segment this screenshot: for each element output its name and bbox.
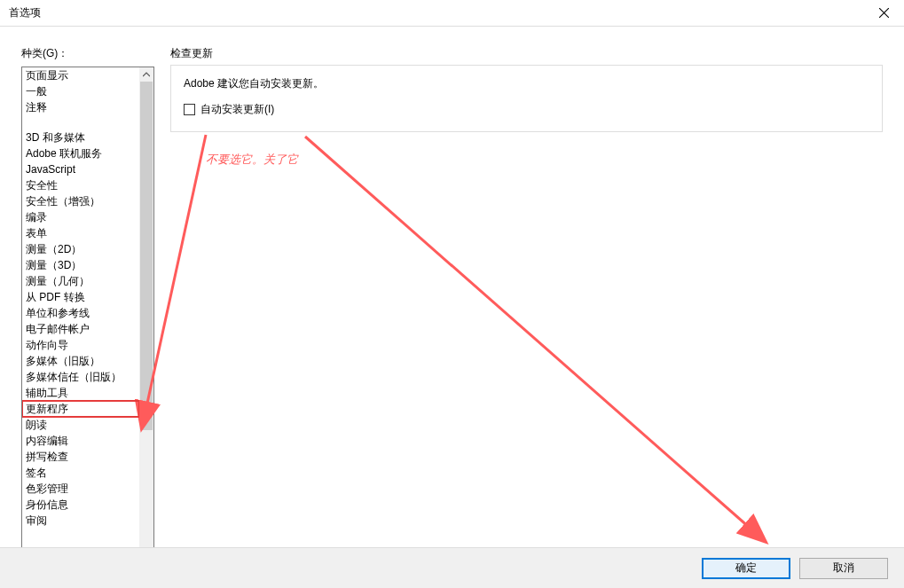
- list-item[interactable]: 单位和参考线: [22, 305, 139, 321]
- list-item[interactable]: 编录: [22, 209, 139, 225]
- list-item[interactable]: 测量（3D）: [22, 257, 139, 273]
- ok-button[interactable]: 确定: [702, 558, 790, 579]
- main-panel: 检查更新 Adobe 建议您自动安装更新。 自动安装更新(I) 不要选它。关了它: [154, 46, 883, 547]
- list-item[interactable]: 拼写检查: [22, 449, 139, 465]
- list-item[interactable]: 安全性（增强）: [22, 193, 139, 209]
- titlebar: 首选项: [0, 0, 904, 27]
- list-item[interactable]: 从 PDF 转换: [22, 289, 139, 305]
- annotation-text: 不要选它。关了它: [206, 152, 883, 168]
- window-title: 首选项: [9, 5, 41, 20]
- list-item[interactable]: Adobe 联机服务: [22, 145, 139, 161]
- close-icon: [879, 8, 889, 18]
- list-item[interactable]: 身份信息: [22, 497, 139, 513]
- list-item[interactable]: 页面显示: [22, 67, 139, 83]
- list-item[interactable]: 注释: [22, 99, 139, 115]
- list-item[interactable]: 多媒体信任（旧版）: [22, 369, 139, 385]
- scroll-up-button[interactable]: [139, 67, 153, 82]
- chevron-up-icon: [143, 71, 150, 78]
- sidebar: 种类(G)： 页面显示一般注释3D 和多媒体Adobe 联机服务JavaScri…: [21, 46, 154, 547]
- auto-install-checkbox[interactable]: [184, 104, 195, 115]
- category-listbox[interactable]: 页面显示一般注释3D 和多媒体Adobe 联机服务JavaScript安全性安全…: [21, 67, 154, 561]
- scroll-track[interactable]: [139, 82, 153, 546]
- list-item[interactable]: 色彩管理: [22, 481, 139, 497]
- list-item[interactable]: 测量（几何）: [22, 273, 139, 289]
- auto-install-row: 自动安装更新(I): [184, 102, 869, 117]
- update-group-box: Adobe 建议您自动安装更新。 自动安装更新(I): [170, 65, 883, 132]
- section-label: 检查更新: [170, 46, 883, 61]
- list-item[interactable]: 朗读: [22, 417, 139, 433]
- list-item[interactable]: 3D 和多媒体: [22, 129, 139, 145]
- list-item[interactable]: 电子邮件帐户: [22, 321, 139, 337]
- scrollbar[interactable]: [139, 67, 153, 561]
- dialog-footer: 确定 取消: [0, 547, 904, 588]
- list-item[interactable]: 审阅: [22, 513, 139, 529]
- close-button[interactable]: [864, 0, 904, 27]
- update-description: Adobe 建议您自动安装更新。: [184, 76, 869, 91]
- list-item[interactable]: 表单: [22, 225, 139, 241]
- list-item[interactable]: 动作向导: [22, 337, 139, 353]
- list-item[interactable]: 辅助工具: [22, 385, 139, 401]
- list-item[interactable]: 一般: [22, 83, 139, 99]
- list-item[interactable]: 内容编辑: [22, 433, 139, 449]
- list-item[interactable]: [22, 115, 139, 129]
- content-area: 种类(G)： 页面显示一般注释3D 和多媒体Adobe 联机服务JavaScri…: [0, 27, 904, 547]
- scroll-thumb[interactable]: [140, 82, 153, 430]
- list-item[interactable]: 更新程序: [22, 401, 139, 417]
- auto-install-label: 自动安装更新(I): [200, 102, 274, 117]
- list-item[interactable]: 多媒体（旧版）: [22, 353, 139, 369]
- list-item[interactable]: 安全性: [22, 177, 139, 193]
- list-item[interactable]: 签名: [22, 465, 139, 481]
- sidebar-label: 种类(G)：: [21, 46, 154, 61]
- list-item[interactable]: JavaScript: [22, 161, 139, 177]
- cancel-button[interactable]: 取消: [799, 558, 888, 579]
- list-item[interactable]: 测量（2D）: [22, 241, 139, 257]
